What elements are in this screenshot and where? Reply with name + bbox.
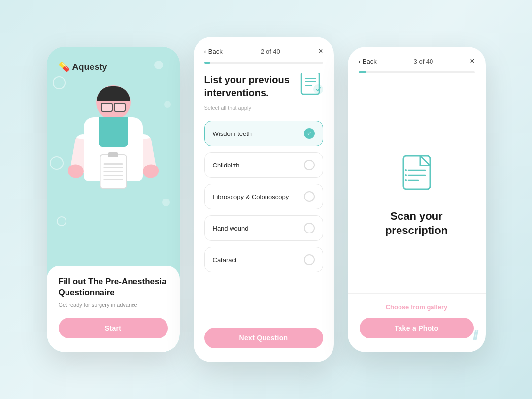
option-checkbox — [304, 223, 315, 233]
scan-prescription-icon — [392, 148, 441, 198]
progress-bar-track — [204, 62, 323, 64]
question-footer: Next Question — [194, 321, 334, 362]
chevron-left-icon: ‹ — [359, 58, 361, 65]
doctor-clipboard — [100, 154, 127, 189]
option-fibroscopy[interactable]: Fibroscopy & Colonoscopy — [204, 184, 323, 209]
back-label: Back — [208, 48, 223, 55]
welcome-title: Fill out The Pre-Anesthesia Questionnair… — [59, 276, 168, 298]
chevron-left-icon: ‹ — [204, 48, 206, 55]
scan-footer: Choose from gallery Take a Photo — [348, 294, 486, 352]
clipboard-lines — [100, 155, 126, 185]
back-label: Back — [363, 58, 377, 65]
doctor-illustration — [64, 85, 163, 208]
deco-circle — [57, 216, 66, 226]
option-checkbox: ✓ — [304, 128, 315, 139]
deco-slash: // — [473, 328, 477, 343]
logo-icon: 💊 — [59, 62, 69, 72]
progress-bar-track — [359, 71, 475, 73]
svg-point-4 — [313, 84, 323, 94]
option-cataract[interactable]: Cataract — [204, 247, 323, 272]
progress-bar-fill — [204, 62, 210, 64]
app-name: Aquesty — [72, 62, 107, 72]
deco-circle — [154, 61, 163, 69]
progress-bar-fill — [359, 71, 367, 73]
option-label: Wisdom teeth — [213, 130, 252, 137]
deco-circle — [162, 199, 170, 206]
doctor-hair — [97, 86, 130, 101]
close-button[interactable]: × — [318, 47, 323, 56]
svg-point-10 — [405, 174, 407, 176]
take-photo-button[interactable]: Take a Photo — [360, 318, 474, 338]
start-button[interactable]: Start — [59, 318, 168, 338]
phone-questionnaire: ‹ Back 2 of 40 × List your previous inte… — [194, 37, 334, 362]
welcome-content: Fill out The Pre-Anesthesia Questionnair… — [47, 266, 180, 352]
next-question-button[interactable]: Next Question — [204, 328, 323, 348]
welcome-subtitle: Get ready for surgery in advance — [59, 302, 168, 308]
doctor-hand-left — [66, 163, 84, 179]
option-label: Cataract — [213, 256, 237, 264]
option-label: Hand wound — [213, 225, 249, 232]
phone-scan: ‹ Back 3 of 40 × S — [348, 47, 486, 352]
doctor-hand-right — [141, 163, 159, 179]
close-button[interactable]: × — [470, 57, 474, 66]
svg-point-11 — [405, 179, 407, 181]
option-checkbox — [304, 191, 315, 202]
question-count: 3 of 40 — [414, 58, 433, 65]
question-content: List your previous interventions. Select… — [194, 73, 334, 321]
scan-content: Scan your prescription — [348, 83, 486, 293]
option-label: Fibroscopy & Colonoscopy — [213, 193, 289, 200]
question-count: 2 of 40 — [261, 48, 280, 55]
scan-title: Scan your prescription — [360, 209, 474, 237]
option-checkbox — [304, 254, 315, 265]
clipboard-clip — [108, 152, 118, 157]
nav-bar: ‹ Back 3 of 40 × — [348, 47, 486, 71]
svg-point-9 — [405, 169, 407, 171]
option-hand-wound[interactable]: Hand wound — [204, 215, 323, 241]
option-wisdom-teeth[interactable]: Wisdom teeth ✓ — [204, 121, 323, 146]
choose-gallery-button[interactable]: Choose from gallery — [386, 303, 448, 311]
doctor-scrubs — [99, 117, 128, 147]
doctor-head — [96, 85, 131, 120]
back-button[interactable]: ‹ Back — [359, 58, 377, 65]
app-logo: 💊 Aquesty — [59, 62, 107, 72]
doctor-glasses — [101, 103, 126, 110]
phone-welcome: 💊 Aquesty — [47, 47, 180, 352]
deco-circle — [50, 156, 64, 170]
option-checkbox — [304, 160, 315, 170]
option-childbirth[interactable]: Childbirth — [204, 152, 323, 178]
deco-circle — [164, 101, 171, 108]
question-subtitle: Select all that apply — [204, 105, 323, 111]
option-label: Childbirth — [213, 162, 240, 169]
nav-bar: ‹ Back 2 of 40 × — [194, 37, 334, 62]
back-button[interactable]: ‹ Back — [204, 48, 223, 55]
question-icon — [298, 73, 323, 96]
